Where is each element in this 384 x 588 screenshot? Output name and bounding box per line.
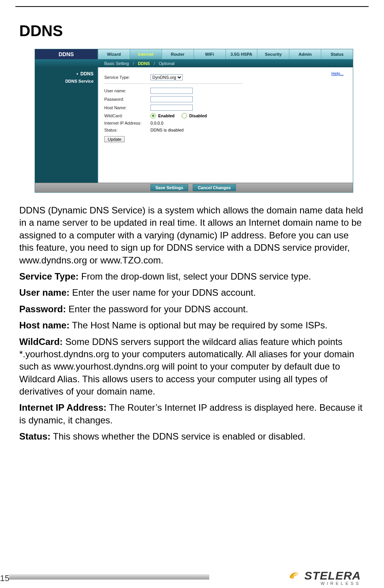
main-tabs: Wizard Internet Router WiFi 3.5G HSPA Se… bbox=[98, 49, 353, 59]
service-type-text: From the drop-down list, select your DDN… bbox=[78, 271, 311, 282]
username-text: Enter the user name for your DDNS accoun… bbox=[70, 287, 256, 298]
sidebar-item-ddns-service[interactable]: DDNS Service bbox=[35, 78, 97, 84]
username-label: User name: bbox=[104, 88, 150, 93]
intro-paragraph: DDNS (Dynamic DNS Service) is a system w… bbox=[19, 204, 365, 267]
hostname-label: Host Name: bbox=[104, 105, 150, 110]
hostname-paragraph: Host name: The Host Name is optional but… bbox=[19, 319, 365, 331]
status-text: This shows whether the DDNS service is e… bbox=[50, 431, 306, 441]
status-label: Status: bbox=[104, 128, 150, 132]
tab-hspa[interactable]: 3.5G HSPA bbox=[225, 49, 257, 59]
tab-internet[interactable]: Internet bbox=[130, 49, 162, 59]
brand-logo: STELERA WIRELESS bbox=[287, 569, 361, 586]
form-panel: Help... Service Type: DynDNS.org User na… bbox=[98, 67, 353, 183]
tab-wizard[interactable]: Wizard bbox=[98, 49, 130, 59]
subtab-optional[interactable]: Optional bbox=[159, 61, 175, 66]
subtab-sep2: / bbox=[154, 61, 155, 66]
router-admin-screenshot: DDNS Wizard Internet Router WiFi 3.5G HS… bbox=[35, 49, 353, 193]
footer-bar bbox=[9, 574, 209, 580]
hostname-term: Host name: bbox=[19, 320, 70, 330]
page-title: DDNS bbox=[19, 22, 384, 40]
ip-term: Internet IP Address: bbox=[19, 402, 107, 413]
subtab-basic[interactable]: Basic Setting bbox=[104, 61, 129, 66]
password-label: Password: bbox=[104, 97, 150, 102]
password-text: Enter the password for your DDNS account… bbox=[66, 304, 248, 314]
sidebar-heading: DDNS bbox=[35, 70, 97, 78]
tab-admin[interactable]: Admin bbox=[289, 49, 321, 59]
cancel-changes-button[interactable]: Cancel Changes bbox=[193, 184, 236, 191]
help-link[interactable]: Help... bbox=[331, 71, 344, 76]
wildcard-enabled-radio[interactable] bbox=[150, 113, 156, 118]
service-type-paragraph: Service Type: From the drop-down list, s… bbox=[19, 270, 365, 283]
service-type-term: Service Type: bbox=[19, 271, 78, 282]
page-footer: 15 STELERA WIRELESS bbox=[0, 570, 384, 586]
update-button[interactable]: Update bbox=[104, 136, 125, 142]
subtab-sep1: / bbox=[133, 61, 134, 66]
form-footer: Save Settings Cancel Changes bbox=[35, 183, 353, 192]
password-term: Password: bbox=[19, 304, 66, 314]
divider bbox=[104, 83, 243, 84]
brand-swirl-icon bbox=[287, 569, 301, 583]
subtab-ddns[interactable]: DDNS bbox=[138, 61, 150, 66]
wildcard-text: Some DDNS servers support the wildcard a… bbox=[19, 336, 354, 397]
wildcard-term: WildCard: bbox=[19, 336, 63, 347]
username-input[interactable] bbox=[150, 88, 193, 94]
ip-paragraph: Internet IP Address: The Router’s Intern… bbox=[19, 401, 365, 426]
ip-value: 0.0.0.0 bbox=[150, 121, 164, 125]
wildcard-label: WildCard: bbox=[104, 113, 150, 118]
wildcard-disabled-radio[interactable] bbox=[182, 113, 187, 118]
sub-tabs: Basic Setting / DDNS / Optional bbox=[35, 59, 353, 67]
service-type-select[interactable]: DynDNS.org bbox=[150, 74, 183, 80]
ip-label: Internet IP Address: bbox=[104, 121, 150, 125]
tab-status[interactable]: Status bbox=[321, 49, 353, 59]
status-paragraph: Status: This shows whether the DDNS serv… bbox=[19, 430, 365, 443]
tab-router[interactable]: Router bbox=[162, 49, 194, 59]
hostname-text: The Host Name is optional but may be req… bbox=[70, 320, 328, 330]
top-rule bbox=[15, 6, 369, 7]
service-type-label: Service Type: bbox=[104, 75, 150, 80]
wildcard-paragraph: WildCard: Some DDNS servers support the … bbox=[19, 336, 365, 398]
password-paragraph: Password: Enter the password for your DD… bbox=[19, 303, 365, 315]
password-input[interactable] bbox=[150, 96, 193, 102]
status-term: Status: bbox=[19, 431, 50, 441]
username-term: User name: bbox=[19, 287, 70, 298]
document-body: DDNS (Dynamic DNS Service) is a system w… bbox=[19, 204, 365, 443]
wildcard-disabled-text: Disabled bbox=[189, 113, 207, 118]
page-badge: DDNS bbox=[35, 49, 98, 59]
tab-wifi[interactable]: WiFi bbox=[194, 49, 225, 59]
save-settings-button[interactable]: Save Settings bbox=[150, 184, 188, 191]
sidebar: DDNS DDNS Service bbox=[35, 67, 98, 183]
brand-name: STELERA bbox=[304, 569, 361, 582]
page-number: 15 bbox=[0, 573, 9, 583]
wildcard-enabled-text: Enabled bbox=[158, 113, 175, 118]
hostname-input[interactable] bbox=[150, 105, 193, 111]
status-value: DDNS is disabled bbox=[150, 128, 184, 132]
username-paragraph: User name: Enter the user name for your … bbox=[19, 287, 365, 299]
tab-security[interactable]: Security bbox=[257, 49, 289, 59]
